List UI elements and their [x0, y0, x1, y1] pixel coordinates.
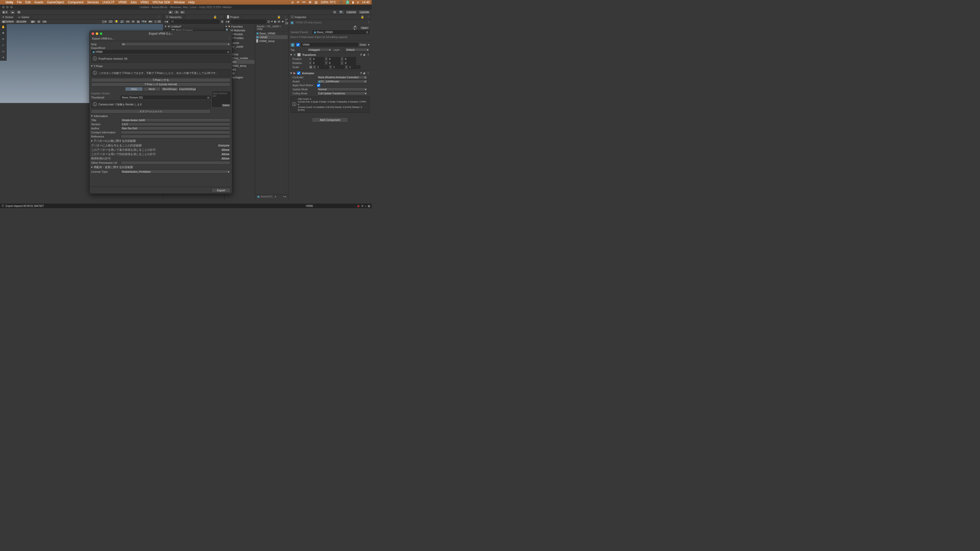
lang-dropdown[interactable]: Ja▾ — [121, 42, 231, 46]
tab-game[interactable]: ∞Game — [16, 15, 32, 19]
rot-z[interactable] — [344, 61, 356, 65]
add-button[interactable]: +▾ — [226, 20, 229, 24]
bug-icon[interactable]: 🐞 — [357, 205, 360, 207]
lock-icon[interactable]: 🔒 — [359, 15, 366, 19]
pause-button[interactable]: ⏸ — [174, 10, 180, 14]
menu-vrm1[interactable]: VRM1 — [140, 0, 149, 4]
status-icon[interactable]: ••• — [302, 0, 306, 4]
gizmos-count[interactable]: 🏴28 — [154, 20, 162, 24]
perm-commercial-dropdown[interactable]: Allow▾ — [221, 157, 231, 160]
thumbnail-field[interactable]: None (Texture 2D)⊙ — [121, 96, 210, 99]
vis-button[interactable]: 👁 — [131, 20, 135, 24]
preset-icon[interactable]: ⎚ — [363, 53, 365, 56]
screenshot-button[interactable]: スクリーンショット — [91, 110, 210, 114]
layers-dropdown[interactable]: Layers ▾ — [345, 10, 357, 14]
search-button[interactable]: 🔍 — [339, 10, 344, 14]
active-checkbox[interactable] — [296, 43, 300, 46]
help-icon[interactable]: ? — [360, 72, 362, 75]
project-item[interactable]: ▉VRM0_temp — [256, 39, 288, 43]
avatar-perm-foldout[interactable]: ▾アバターの人格に関する許諾範囲 — [91, 138, 231, 143]
author-field[interactable] — [121, 127, 231, 130]
rect-tool[interactable]: ▭ — [0, 48, 6, 55]
transform-tool[interactable]: ✦ — [0, 55, 6, 61]
open-prefab-button[interactable]: Open — [360, 26, 369, 30]
tab-blendshape[interactable]: BlendShape — [161, 87, 179, 91]
2d-button[interactable]: 2D — [108, 20, 113, 24]
filter-icon[interactable]: ✦ — [271, 20, 273, 23]
pos-z[interactable] — [344, 57, 356, 61]
rot-y[interactable] — [328, 61, 340, 65]
menu-unigltf[interactable]: UniGLTF — [102, 0, 115, 4]
project-search[interactable] — [231, 20, 266, 24]
scale-tool[interactable]: ⤢ — [0, 42, 6, 48]
view-tool[interactable]: ✋ — [0, 24, 6, 30]
step-button[interactable]: ⏭ — [180, 10, 185, 14]
star-icon[interactable]: ★ — [282, 20, 284, 23]
hierarchy-search[interactable] — [169, 20, 220, 24]
search-menu-icon[interactable]: ⊞ — [221, 20, 223, 23]
layout-dropdown[interactable]: Layout ▾ — [359, 10, 370, 14]
rot-x[interactable] — [312, 61, 325, 65]
tag-dropdown[interactable]: Untagged▾ — [307, 48, 332, 52]
menu-vrm0[interactable]: VRM0 — [118, 0, 127, 4]
menu-window[interactable]: Window — [174, 0, 185, 4]
vis-icon[interactable]: 👁 — [278, 20, 280, 23]
status-icon[interactable]: ◎ — [291, 0, 294, 4]
perm-person-dropdown[interactable]: Everyon▾ — [217, 144, 231, 148]
snap2-button[interactable]: ⊡▾ — [41, 20, 48, 24]
menu-component[interactable]: Component — [68, 0, 83, 4]
redist-foldout[interactable]: ▾再配布・改変に関する許諾範囲 — [91, 165, 231, 170]
variant-parent-field[interactable]: ▣Base_VRM0⊙ — [312, 30, 369, 34]
account-button[interactable]: ◐ ▾ — [2, 10, 8, 14]
tpose-button[interactable]: T-Pose にする — [91, 78, 231, 82]
culling-mode-dropdown[interactable]: Cull Update Transforms▾ — [317, 92, 368, 95]
scale-y[interactable] — [332, 65, 345, 69]
tpose-foldout[interactable]: ▾T-Pose — [91, 64, 231, 68]
snap-button[interactable]: ⊞ — [37, 20, 41, 24]
menu-icon[interactable]: ⋮ — [367, 53, 369, 56]
pos-x[interactable] — [312, 57, 325, 61]
tab-inspector[interactable]: ⓘInspector — [288, 15, 309, 19]
traffic-lights[interactable] — [2, 6, 13, 8]
license-dropdown[interactable]: Redistribution_Prohibited▾ — [121, 170, 231, 173]
thumbnail-preview[interactable]: None (Texture 2D) Select — [212, 92, 231, 107]
tab-menu[interactable]: ⋮ — [155, 15, 163, 19]
close-icon[interactable] — [92, 32, 94, 35]
menu-services[interactable]: Services — [87, 0, 99, 4]
headphones-icon[interactable]: 🎧 — [339, 0, 343, 4]
panel-menu[interactable]: ⋮ — [366, 15, 372, 19]
preset-icon[interactable]: ⎚ — [363, 72, 365, 75]
layer-dropdown[interactable]: Default▾ — [345, 48, 369, 52]
link-icon[interactable]: ⛓ — [309, 65, 312, 68]
export-button[interactable]: Export — [212, 188, 231, 192]
menu-help[interactable]: Help — [188, 0, 195, 4]
move-tool[interactable]: ✥ — [0, 30, 6, 36]
dialog-tab[interactable]: Export VRM 0.x... — [89, 37, 117, 41]
title-field[interactable] — [121, 118, 231, 122]
update-mode-dropdown[interactable]: Normal▾ — [317, 87, 368, 91]
filter-icon[interactable]: ⊡ — [267, 20, 270, 23]
tab-exportsettings[interactable]: ExportSettings — [179, 87, 197, 91]
help-icon[interactable]: ? — [368, 21, 369, 24]
audio-button[interactable]: 🔊 — [119, 20, 124, 24]
space-dropdown[interactable]: ⊕Local▾ — [15, 20, 27, 24]
play-button[interactable]: ▶ — [168, 10, 173, 14]
draw-mode-button[interactable]: ◯▾ — [101, 20, 107, 24]
select-thumbnail[interactable]: Select — [222, 104, 230, 106]
gizmos-button[interactable]: ✹▾ — [148, 20, 153, 24]
filter-icon[interactable]: ◐ — [274, 20, 277, 23]
avatar-field[interactable]: ▣ SV_JobWAvatar⊙ — [317, 79, 368, 83]
scale-z[interactable] — [348, 65, 360, 69]
panel-menu[interactable]: ⋮ — [226, 37, 232, 41]
layers-vis-button[interactable]: ▤ — [136, 20, 140, 24]
tab-hierarchy[interactable]: ☷Hierarchy — [163, 15, 184, 19]
bar-icon[interactable]: ▤ — [368, 205, 370, 207]
undo-history-button[interactable]: ⟲ — [332, 10, 337, 14]
tab-project[interactable]: ▉Project — [224, 15, 242, 19]
menu-jobs[interactable]: Jobs — [130, 0, 137, 4]
static-dropdown[interactable]: ▾ — [368, 43, 369, 46]
control-center-icon[interactable]: ⎚ — [357, 0, 359, 4]
menu-icon[interactable]: ⋮ — [367, 71, 369, 75]
rotate-tool[interactable]: ⟳ — [0, 36, 6, 42]
reference-field[interactable] — [121, 135, 231, 138]
